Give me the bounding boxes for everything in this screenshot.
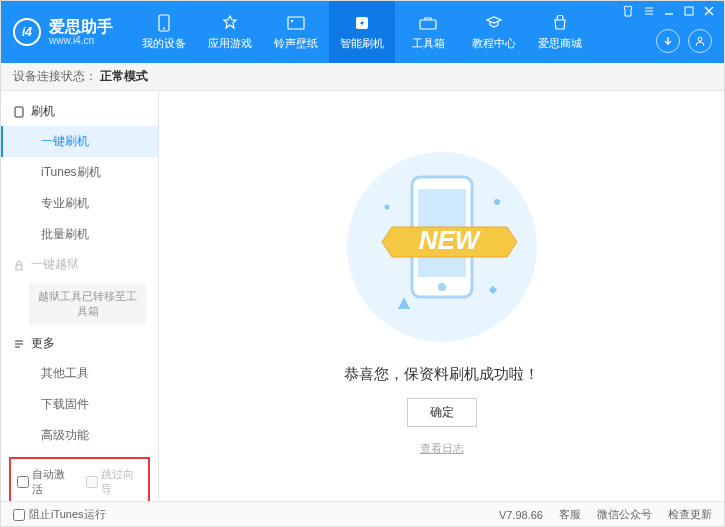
- footer-link-update[interactable]: 检查更新: [668, 507, 712, 522]
- close-icon[interactable]: [704, 6, 714, 18]
- svg-rect-3: [288, 17, 304, 29]
- nav-apps-games[interactable]: 应用游戏: [197, 1, 263, 63]
- flash-small-icon: [13, 106, 25, 118]
- jailbreak-note: 越狱工具已转移至工具箱: [29, 283, 146, 325]
- svg-point-15: [438, 283, 446, 291]
- ribbon-text: NEW: [418, 225, 481, 255]
- view-log-link[interactable]: 查看日志: [420, 441, 464, 456]
- version-label: V7.98.66: [499, 509, 543, 521]
- sidebar-group-more[interactable]: 更多: [1, 329, 158, 358]
- svg-point-2: [163, 28, 165, 30]
- apps-icon: [220, 13, 240, 33]
- svg-point-16: [494, 199, 500, 205]
- sidebar-item-batch-flash[interactable]: 批量刷机: [1, 219, 158, 250]
- toolbox-icon: [418, 13, 438, 33]
- svg-rect-9: [15, 107, 23, 117]
- lock-icon: [13, 259, 25, 271]
- sidebar-group-flash[interactable]: 刷机: [1, 97, 158, 126]
- footer-link-support[interactable]: 客服: [559, 507, 581, 522]
- store-icon: [550, 13, 570, 33]
- maximize-icon[interactable]: [684, 6, 694, 18]
- status-bar: 设备连接状态： 正常模式: [1, 63, 724, 91]
- nav-my-device[interactable]: 我的设备: [131, 1, 197, 63]
- ok-button[interactable]: 确定: [407, 398, 477, 427]
- sidebar-item-one-key-flash[interactable]: 一键刷机: [1, 126, 158, 157]
- shirt-icon[interactable]: [622, 5, 634, 19]
- checkbox-block-itunes[interactable]: 阻止iTunes运行: [13, 507, 106, 522]
- sidebar: 刷机 一键刷机 iTunes刷机 专业刷机 批量刷机 一键越狱 越狱工具已转移至…: [1, 91, 159, 501]
- sidebar-item-download-firmware[interactable]: 下载固件: [1, 389, 158, 420]
- nav-smart-flash[interactable]: 智能刷机: [329, 1, 395, 63]
- logo-area: i4 爱思助手 www.i4.cn: [13, 18, 113, 47]
- sidebar-group-jailbreak: 一键越狱: [1, 250, 158, 279]
- nav-tutorials[interactable]: 教程中心: [461, 1, 527, 63]
- download-button[interactable]: [656, 29, 680, 53]
- nav-ringtones[interactable]: 铃声壁纸: [263, 1, 329, 63]
- success-illustration: NEW: [342, 147, 542, 347]
- status-prefix: 设备连接状态：: [13, 68, 97, 85]
- minimize-icon[interactable]: [664, 6, 674, 18]
- nav-toolbox[interactable]: 工具箱: [395, 1, 461, 63]
- tutorial-icon: [484, 13, 504, 33]
- svg-point-8: [698, 37, 702, 41]
- svg-text:i4: i4: [22, 25, 32, 39]
- app-url: www.i4.cn: [49, 35, 113, 46]
- highlighted-checkbox-row: 自动激活 跳过向导: [9, 457, 150, 501]
- checkbox-auto-activate[interactable]: 自动激活: [17, 467, 74, 497]
- menu-icon[interactable]: [644, 6, 654, 18]
- success-message: 恭喜您，保资料刷机成功啦！: [344, 365, 539, 384]
- sidebar-item-pro-flash[interactable]: 专业刷机: [1, 188, 158, 219]
- footer-link-wechat[interactable]: 微信公众号: [597, 507, 652, 522]
- svg-point-4: [291, 20, 293, 22]
- sidebar-item-itunes-flash[interactable]: iTunes刷机: [1, 157, 158, 188]
- more-icon: [13, 338, 25, 350]
- app-header: i4 爱思助手 www.i4.cn 我的设备 应用游戏 铃声壁纸 智能刷机 工具…: [1, 1, 724, 63]
- main-nav: 我的设备 应用游戏 铃声壁纸 智能刷机 工具箱 教程中心 爱思商城: [131, 1, 593, 63]
- flash-icon: [352, 13, 372, 33]
- sidebar-item-advanced[interactable]: 高级功能: [1, 420, 158, 451]
- svg-point-17: [384, 204, 389, 209]
- svg-rect-10: [16, 265, 22, 270]
- nav-store[interactable]: 爱思商城: [527, 1, 593, 63]
- image-icon: [286, 13, 306, 33]
- app-name: 爱思助手: [49, 18, 113, 36]
- checkbox-skip-guide[interactable]: 跳过向导: [86, 467, 143, 497]
- sidebar-item-other-tools[interactable]: 其他工具: [1, 358, 158, 389]
- app-logo-icon: i4: [13, 18, 41, 46]
- footer: 阻止iTunes运行 V7.98.66 客服 微信公众号 检查更新: [1, 501, 724, 527]
- user-button[interactable]: [688, 29, 712, 53]
- svg-rect-7: [685, 7, 693, 15]
- main-content: NEW 恭喜您，保资料刷机成功啦！ 确定 查看日志: [159, 91, 724, 501]
- svg-rect-6: [420, 20, 436, 29]
- phone-icon: [154, 13, 174, 33]
- window-controls: [622, 5, 714, 19]
- status-mode: 正常模式: [100, 68, 148, 85]
